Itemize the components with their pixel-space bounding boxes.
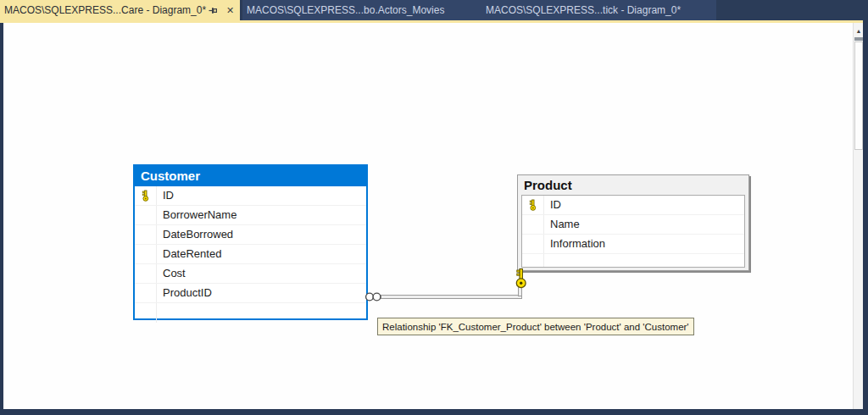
tab-actors-movies[interactable]: MACOS\SQLEXPRESS...bo.Actors_Movies [242,0,477,20]
tab-label: MACOS\SQLEXPRESS...tick - Diagram_0* [486,4,681,16]
table-row[interactable]: DateRented [135,245,366,264]
table-header-customer[interactable]: Customer [135,166,366,186]
column-name: Name [544,215,580,234]
table-row[interactable]: ID [522,196,744,215]
column-name: ProductID [157,284,212,302]
pin-icon[interactable] [206,3,220,17]
column-name: Cost [157,264,186,283]
entity-table-product[interactable]: Product ID Name [517,174,749,271]
scrollbar-thumb[interactable] [854,42,863,150]
key-cell [522,235,544,253]
one-end-key-icon [514,268,528,290]
many-end-infinity-icon [364,291,384,302]
column-name: ID [544,196,561,214]
relationship-tooltip: Relationship 'FK_Customer_Product' betwe… [377,318,694,335]
scrollbar-splitter-handle[interactable] [854,37,863,41]
vertical-scrollbar[interactable]: ▲ [853,23,863,409]
document-tab-strip: MACOS\SQLEXPRESS...Care - Diagram_0* ✕ M… [0,0,868,20]
key-cell [135,303,157,323]
table-row[interactable]: BorrowerName [135,206,366,225]
column-name: DateRented [157,245,221,263]
key-cell [135,284,157,302]
table-header-product[interactable]: Product [518,175,748,194]
column-name: ID [157,186,174,205]
key-cell [135,206,157,224]
table-row[interactable]: ProductID [135,284,366,303]
column-name: DateBorrowed [157,225,233,244]
entity-table-customer[interactable]: Customer ID BorrowerName DateBorrowed [133,164,368,320]
diagram-canvas[interactable]: Customer ID BorrowerName DateBorrowed [3,23,853,409]
close-icon[interactable]: ✕ [223,3,237,17]
table-row-empty[interactable] [522,254,744,268]
primary-key-icon [528,199,537,211]
tab-label: MACOS\SQLEXPRESS...Care - Diagram_0* [4,4,206,16]
key-cell [135,225,157,244]
table-row[interactable]: ID [135,186,366,206]
product-columns-panel: ID Name Information [521,195,745,268]
column-name: BorrowerName [157,206,236,224]
column-name: Information [544,235,605,253]
tab-label: MACOS\SQLEXPRESS...bo.Actors_Movies [247,4,444,16]
table-row[interactable]: DateBorrowed [135,225,366,245]
key-cell [522,254,544,268]
table-row[interactable]: Name [522,215,744,235]
table-row[interactable]: Cost [135,264,366,284]
relationship-line[interactable] [381,295,522,299]
scroll-up-icon[interactable]: ▲ [854,25,864,36]
table-row[interactable]: Information [522,235,744,254]
table-row-empty[interactable] [135,303,366,323]
primary-key-icon [141,190,150,202]
tab-diagram-care[interactable]: MACOS\SQLEXPRESS...Care - Diagram_0* ✕ [0,0,240,20]
key-cell [135,186,157,205]
key-cell [135,264,157,283]
key-cell [135,245,157,263]
tab-diagram-tick[interactable]: MACOS\SQLEXPRESS...tick - Diagram_0* [477,0,716,20]
key-cell [522,196,544,214]
key-cell [522,215,544,234]
